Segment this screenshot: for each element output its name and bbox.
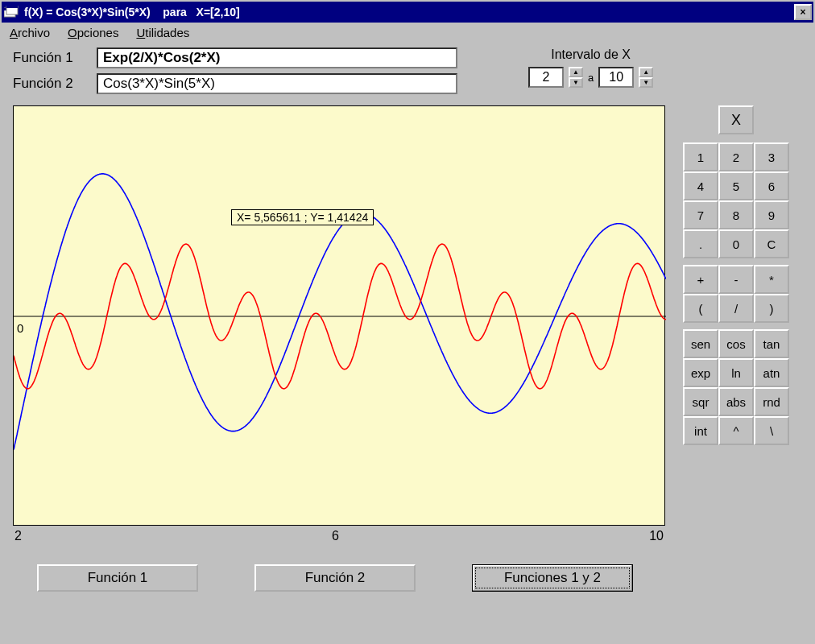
keypad-key-7[interactable]: 7 [683,200,718,229]
interval-block: Intervalo de X ▲ ▼ a ▲ ▼ [528,47,653,88]
keypad: X 123456789.0C +-*(/) sencostanexplnatns… [681,105,791,445]
keypad-op-)[interactable]: ) [754,294,789,323]
keypad-op-/[interactable]: / [718,294,754,323]
interval-to-input[interactable] [598,67,634,88]
interval-to-down[interactable]: ▼ [639,77,653,88]
app-icon [3,4,19,20]
interval-from-up[interactable]: ▲ [569,67,583,77]
keypad-key-4[interactable]: 4 [683,171,718,200]
keypad-fn-exp[interactable]: exp [683,358,718,387]
keypad-fn-\[interactable]: \ [754,416,789,445]
plot-canvas[interactable]: 0 X= 5,565611 ; Y= 1,41424 [13,105,665,526]
keypad-fn-tan[interactable]: tan [754,329,789,358]
x-axis-ticks: 2 6 10 [13,529,665,543]
titlebar[interactable]: f(X) = Cos(3*X)*Sin(5*X) para X=[2,10] × [2,2,813,23]
plot-tooltip: X= 5,565611 ; Y= 1,41424 [231,209,374,225]
x-tick: 6 [332,529,339,543]
keypad-key-6[interactable]: 6 [754,171,789,200]
keypad-fn-atn[interactable]: atn [754,358,789,387]
keypad-key-.[interactable]: . [683,229,718,258]
interval-to-spinner: ▲ ▼ [639,67,653,88]
keypad-op-([interactable]: ( [683,294,718,323]
keypad-fn-int[interactable]: int [683,416,718,445]
close-button[interactable]: × [794,4,812,20]
keypad-fn-^[interactable]: ^ [718,416,754,445]
keypad-fn-abs[interactable]: abs [718,387,754,416]
interval-from-down[interactable]: ▼ [569,77,583,88]
y-zero-label: 0 [17,321,23,335]
menu-archivo[interactable]: Archivo [10,26,50,39]
function2-input[interactable] [97,73,457,94]
keypad-key-5[interactable]: 5 [718,171,754,200]
close-icon: × [800,6,805,18]
keypad-op--[interactable]: - [718,265,754,294]
interval-from-spinner: ▲ ▼ [569,67,583,88]
keypad-fn-rnd[interactable]: rnd [754,387,789,416]
keypad-fn-cos[interactable]: cos [718,329,754,358]
x-tick: 2 [14,529,22,543]
menu-utilidades[interactable]: Utilidades [136,26,189,39]
menubar: Archivo Opciones Utilidades [2,23,813,43]
client-area: Función 1 Función 2 Intervalo de X ▲ ▼ a [2,43,813,642]
function2-label: Función 2 [13,76,97,92]
interval-separator: a [588,72,594,84]
window-title: f(X) = Cos(3*X)*Sin(5*X) para X=[2,10] [24,6,794,19]
keypad-key-9[interactable]: 9 [754,200,789,229]
keypad-op-+[interactable]: + [683,265,718,294]
plot-svg [14,106,666,526]
keypad-key-1[interactable]: 1 [683,142,718,171]
keypad-key-2[interactable]: 2 [718,142,754,171]
interval-to-up[interactable]: ▲ [639,67,653,77]
keypad-ops: +-*(/) [683,265,789,323]
svg-rect-3 [6,6,18,8]
x-tick: 10 [649,529,664,543]
interval-from-input[interactable] [528,67,564,88]
plot-function2-button[interactable]: Función 2 [254,564,416,592]
keypad-fn-ln[interactable]: ln [718,358,754,387]
keypad-key-3[interactable]: 3 [754,142,789,171]
app-window: f(X) = Cos(3*X)*Sin(5*X) para X=[2,10] ×… [0,0,815,644]
keypad-var-x[interactable]: X [718,105,754,134]
keypad-key-C[interactable]: C [754,229,789,258]
keypad-fn-sqr[interactable]: sqr [683,387,718,416]
keypad-key-8[interactable]: 8 [718,200,754,229]
keypad-digits: 123456789.0C [683,142,789,258]
keypad-fn-sen[interactable]: sen [683,329,718,358]
keypad-op-*[interactable]: * [754,265,789,294]
function1-input[interactable] [97,47,457,68]
keypad-funcs: sencostanexplnatnsqrabsrndint^\ [683,329,789,445]
function1-label: Función 1 [13,50,97,66]
plot-wrap: 0 X= 5,565611 ; Y= 1,41424 2 6 10 [13,105,665,543]
plot-function1-button[interactable]: Función 1 [37,564,198,592]
plot-both-button[interactable]: Funciones 1 y 2 [472,564,633,592]
menu-opciones[interactable]: Opciones [68,26,118,39]
bottom-buttons: Función 1 Función 2 Funciones 1 y 2 [13,564,802,592]
keypad-key-0[interactable]: 0 [718,229,754,258]
interval-title: Intervalo de X [528,47,653,62]
